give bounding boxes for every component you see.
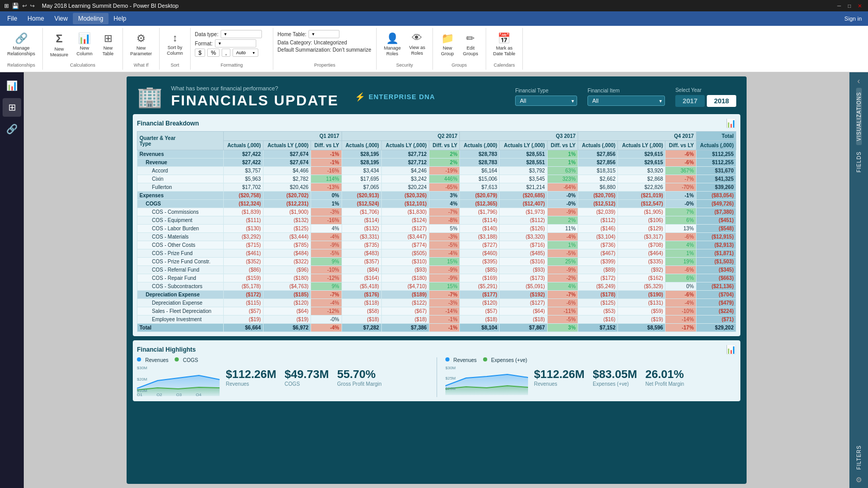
manage-relationships-icon: 🔗: [15, 32, 28, 44]
sidebar-icon-report[interactable]: 📊: [3, 76, 21, 95]
minimize-btn[interactable]: ─: [835, 2, 843, 10]
financial-type-select[interactable]: All Actuals Budget: [515, 96, 577, 106]
financial-table-scroll[interactable]: Quarter & YearType Q1 2017 Q2 2017 Q3 20…: [137, 131, 736, 332]
calendar-icon: 📅: [498, 32, 510, 44]
currency-btn[interactable]: $: [195, 49, 205, 57]
view-as-roles-btn[interactable]: 👁 View asRoles: [406, 30, 428, 58]
financial-highlights: Financial Highlights 📊 Revenues COGS: [133, 340, 740, 401]
table-row: COS - Subcontractors($5,178)($4,763)9%($…: [137, 282, 736, 291]
filters-label[interactable]: FILTERS: [856, 441, 862, 474]
new-table-btn[interactable]: ⊞ NewTable: [98, 30, 118, 59]
relationships-group-title: Relationships: [4, 60, 38, 68]
close-btn[interactable]: ✕: [856, 2, 864, 10]
mark-date-table-btn[interactable]: 📅 Mark asDate Table: [490, 30, 519, 59]
q2-diff: Diff. vs LY: [429, 141, 459, 150]
default-summarization-text: Default Summarization: Don't summarize: [277, 47, 371, 53]
new-parameter-label: NewParameter: [130, 45, 152, 57]
percent-btn[interactable]: %: [207, 49, 220, 57]
q1-diff: Diff. vs LY: [311, 141, 342, 150]
col-q1-header: Q1 2017: [223, 132, 342, 141]
sign-in[interactable]: Sign in: [844, 15, 866, 22]
quick-access-redo[interactable]: ↪: [30, 3, 35, 9]
format-row: Format: ▾: [195, 39, 262, 48]
fields-label[interactable]: FIELDS: [856, 147, 862, 177]
highlights-chart-icon[interactable]: 📊: [726, 344, 736, 354]
right-legend-revenues-label: Revenues: [454, 357, 477, 363]
ribbon-calendars-group: 📅 Mark asDate Table Calendars: [486, 28, 523, 70]
new-parameter-icon: ⚙: [136, 32, 146, 44]
data-type-dropdown[interactable]: ▾: [221, 30, 262, 38]
ribbon-security-buttons: 👤 ManageRoles 👁 View asRoles: [381, 30, 428, 60]
new-table-icon: ⊞: [104, 32, 113, 44]
edit-groups-btn[interactable]: ✏ EditGroups: [460, 30, 482, 59]
new-column-btn[interactable]: 📊 NewColumn: [73, 30, 96, 59]
data-type-label: Data type:: [195, 32, 219, 37]
breakdown-chart-icon[interactable]: 📊: [726, 118, 736, 128]
table-row: COS - Labor Burden($130)($125)4%($132)($…: [137, 225, 736, 233]
report-subtitle: What has been our financial performance?: [171, 85, 338, 91]
quick-access-undo[interactable]: ↩: [22, 3, 27, 9]
sort-group-title: Sort: [164, 60, 186, 68]
year-selector: Select Year 2017 2018: [675, 87, 736, 107]
manage-relationships-btn[interactable]: 🔗 ManageRelationships: [4, 30, 38, 59]
menu-file[interactable]: File: [2, 13, 22, 24]
format-buttons-row: $ % , Auto ▾: [195, 49, 262, 57]
enterprise-logo: ⚡ ENTERPRISE DNA: [355, 92, 435, 102]
sidebar-right: ‹ VISUALIZATIONS FIELDS FILTERS ⚙: [849, 72, 868, 488]
year-2017-btn[interactable]: 2017: [675, 95, 705, 107]
menu-help[interactable]: Help: [109, 13, 132, 24]
quick-access-save[interactable]: 💾: [12, 3, 19, 9]
bottom-icon[interactable]: ⚙: [856, 476, 862, 484]
financial-item-select[interactable]: All Revenue Expenses: [587, 96, 665, 106]
auto-dropdown[interactable]: Auto ▾: [233, 49, 258, 57]
stat-gpm-label: Gross Profit Margin: [337, 381, 381, 387]
comma-btn[interactable]: ,: [222, 49, 230, 57]
ribbon-relationships-group: 🔗 ManageRelationships Relationships: [0, 28, 43, 70]
table-row: Revenue$27,422$27,674-1%$28,195$27,7122%…: [137, 159, 736, 167]
q4-actuals: Actuals (,000): [578, 141, 618, 150]
stat-cogs: $49.73M COGS: [285, 368, 329, 387]
highlights-left-stats: $112.26M Revenues $49.73M COGS 55.70% Gr…: [226, 368, 382, 387]
col-q4-header: Q4 2017: [578, 132, 696, 141]
highlights-right-section: Revenues Expenses (+ve): [445, 357, 737, 397]
highlights-right-stats: $112.26M Revenues $83.05M Expenses (+ve)…: [534, 368, 685, 387]
menu-modeling[interactable]: Modeling: [73, 13, 109, 24]
visualizations-label[interactable]: VISUALIZATIONS: [856, 88, 862, 145]
sidebar-icon-data[interactable]: ⊞: [3, 98, 21, 117]
new-column-label: NewColumn: [76, 45, 92, 57]
sidebar-left: 📊 ⊞ 🔗: [0, 72, 24, 488]
lightning-icon: ⚡: [355, 92, 365, 102]
left-mini-chart: Q1 Q2 Q3 Q4 $30M $20M $10M: [137, 365, 220, 396]
sidebar-collapse-arrow[interactable]: ‹: [857, 76, 860, 86]
table-row: Fullerton$17,702$20,426-13%$7,065$20,224…: [137, 183, 736, 192]
svg-text:$30M: $30M: [445, 366, 456, 370]
menu-home[interactable]: Home: [22, 13, 49, 24]
table-row: COGS($12,324)($12,231)1%($12,524)($12,10…: [137, 200, 736, 208]
highlights-left-chart-wrap: Revenues COGS: [137, 357, 220, 397]
table-row: COS - Other Costs($715)($785)-9%($735)($…: [137, 241, 736, 249]
sidebar-icon-relationships[interactable]: 🔗: [3, 120, 21, 138]
financial-item-select-wrap: All Revenue Expenses ▾: [587, 96, 665, 106]
stat-gpm: 55.70% Gross Profit Margin: [337, 368, 381, 387]
sidebar-right-top: ‹ VISUALIZATIONS FIELDS: [856, 76, 862, 177]
formatting-controls: Data type: ▾ Format: ▾ $ % , Auto ▾: [195, 30, 262, 60]
table-row: COS - Referral Fund($86)($96)-10%($84)($…: [137, 266, 736, 274]
home-table-dropdown[interactable]: ▾: [308, 30, 339, 38]
properties-controls: Home Table: ▾ Data Category: Uncategoriz…: [277, 30, 371, 60]
year-2018-btn[interactable]: 2018: [707, 95, 736, 107]
financial-item-filter: Financial Item All Revenue Expenses ▾: [587, 88, 665, 106]
new-group-btn[interactable]: 📁 NewGroup: [437, 30, 458, 59]
new-parameter-btn[interactable]: ⚙ NewParameter: [127, 30, 155, 59]
format-dropdown[interactable]: ▾: [215, 39, 256, 48]
manage-roles-btn[interactable]: 👤 ManageRoles: [381, 30, 404, 59]
col-q3-header: Q3 2017: [460, 132, 578, 141]
menu-view[interactable]: View: [49, 13, 73, 24]
groups-group-title: Groups: [437, 60, 482, 68]
menu-bar: File Home View Modeling Help Sign in: [0, 11, 868, 26]
table-row: COS - Commissions($1,839)($1,900)-3%($1,…: [137, 208, 736, 216]
properties-group-title: Properties: [277, 60, 372, 68]
restore-btn[interactable]: □: [845, 2, 854, 10]
new-measure-btn[interactable]: Σ NewMeasure: [47, 30, 71, 60]
sort-by-column-btn[interactable]: ↕ Sort byColumn: [164, 30, 186, 58]
format-label: Format:: [195, 41, 212, 46]
